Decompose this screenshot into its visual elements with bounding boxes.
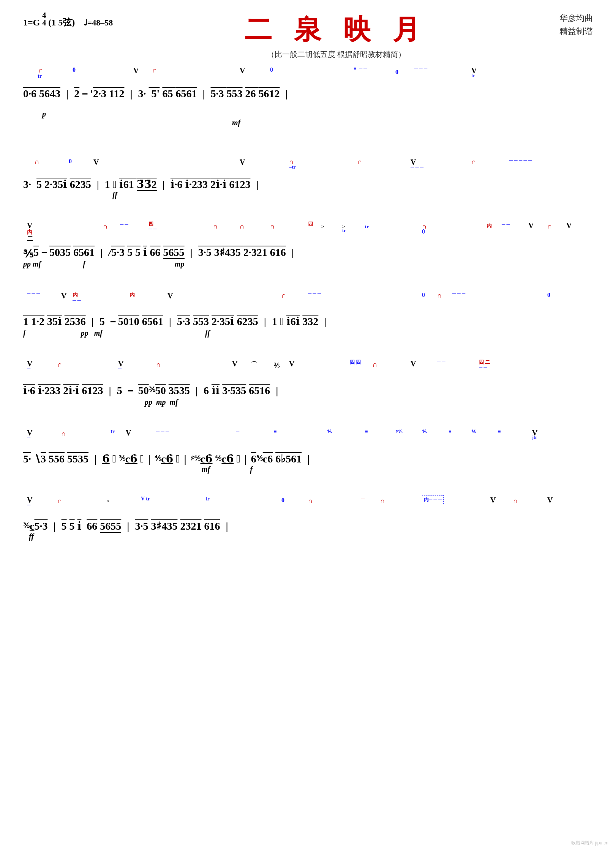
frac-blue-2: ⅘ (422, 429, 427, 435)
score-row-5: V ─ ∩ V ─ ∩ V ⌒ ⅗ V 四 四 ∩ V ─ ─ 四 二 ─ ─ (23, 358, 593, 407)
tr-mark-1: tr (38, 73, 42, 79)
sharp-frac: ♯⅘ (395, 429, 403, 435)
header: 1=G 44 (1 5弦) ♩=48–58 二 泉 映 月 （比一般二胡低五度 … (23, 11, 593, 60)
bow-dir-8: V (528, 221, 534, 230)
bow-dir-16: V (411, 360, 416, 368)
bow-dir-9: V (566, 221, 572, 230)
frac-mark: ⅗ (274, 362, 280, 369)
subtitle: （比一般二胡低五度 根据舒昭教材精简） (113, 49, 559, 60)
accent-marks: > (321, 224, 324, 230)
triple-4: ≡ (498, 429, 501, 435)
frac-blue: ⅘ (327, 429, 332, 435)
dash-blue-8: ─ (27, 502, 30, 508)
open-string-7: 0 (547, 292, 550, 298)
accent-3: > (107, 498, 109, 504)
bow-dir-11: V (167, 292, 173, 300)
score-row-7: V ─ ∩ > V tr tr 0 ∩ ─ ∩ 内─ ─ ─ V ∩ V ⅗c5… (23, 495, 593, 541)
dashes-top-1: ─ ─ ─ (27, 290, 40, 297)
bow-dir-5: V (240, 158, 245, 167)
dash-marks-4: ─ ─ (479, 364, 487, 371)
jtr-mark: jtr (532, 435, 537, 440)
bow-dir-18: V (126, 429, 131, 437)
bow-arc-15: ∩ (156, 361, 161, 369)
open-string-6: 0 (422, 292, 425, 298)
key-signature: 1=G 44 (1 5弦) (23, 17, 77, 27)
tempo: ♩=48–58 (84, 18, 113, 27)
bow-dir-4: V (93, 158, 99, 167)
dash-blue-3: ─ ─ (502, 221, 510, 227)
dashes-top-5: ─ ─ ─ (156, 429, 169, 435)
triple-3: ≡ (449, 429, 451, 435)
bow-arc-12: ∩ (281, 292, 286, 300)
curl-mark: ⌒ (251, 361, 257, 369)
bow-arc-9: ∩ (270, 222, 275, 230)
bow-arc-21: ∩ (513, 497, 518, 505)
open-string-1: 0 (73, 66, 76, 73)
header-title: 二 泉 映 月 （比一般二胡低五度 根据舒昭教材精简） (113, 11, 559, 60)
bow-arc-19: ∩ (308, 497, 313, 505)
dash-blue-7: ─ (236, 429, 239, 435)
tr-mark-5: tr (365, 224, 369, 230)
open-string-8: 0 (281, 497, 284, 504)
bow-dir-1: V (133, 66, 139, 75)
triple-1: ≡ (274, 429, 276, 435)
tr-mark-6: tr (111, 429, 115, 435)
nei-mark-4: 内 (130, 292, 135, 298)
watermark: 歌谱网谱库 jipu.cn (571, 840, 608, 846)
bow-arc-5: ∩ (471, 158, 476, 166)
page: 1=G 44 (1 5弦) ♩=48–58 二 泉 映 月 （比一般二胡低五度 … (0, 0, 616, 852)
score-row-6: V ─ ∩ tr V ─ ─ ─ ─ ≡ ⅘ ≡ ♯⅘ ⅘ ≡ ⅘ ≡ V jt (23, 428, 593, 474)
dash-blue-5: ─ (118, 366, 122, 372)
frac-blue-3: ⅘ (471, 429, 476, 435)
score-page: 1=G 44 (1 5弦) ♩=48–58 二 泉 映 月 （比一般二胡低五度 … (23, 11, 593, 541)
si-mark-2: 四 (308, 221, 313, 227)
bow-dir-2: V (240, 66, 245, 75)
bow-dir-14: V (232, 360, 237, 368)
dash-marks-1: ─ ─ ─ (411, 164, 423, 170)
bow-arc-4: ∩ (357, 158, 362, 166)
dash-marks-3: ─ ─ (437, 359, 445, 365)
bow-dir-15: V (289, 360, 294, 368)
header-right: 华彦均曲 精益制谱 (559, 11, 593, 38)
dash-marks-2: ─ ─ ─ ─ ─ (509, 157, 532, 163)
nei-mark-2: 内 (486, 222, 492, 229)
bow-arc-8: ∩ (240, 222, 245, 230)
dashes-1: ─ ─ ─ (414, 66, 427, 72)
bow-arc-6: ∩ (103, 222, 108, 230)
bow-dir-22: V (547, 496, 553, 505)
header-left: 1=G 44 (1 5弦) ♩=48–58 (23, 11, 113, 29)
bow-dir-21: V (490, 496, 496, 505)
bow-arc-18: ∩ (57, 497, 62, 505)
composer-label: 华彦均曲 (559, 11, 593, 25)
red-dash-1: ─ (361, 496, 365, 502)
score-row-1: ∩ tr 0 V ∩ V 0 ≡ ─ ─ 0 ─ ─ ─ V tr 0·6 56… (23, 65, 593, 136)
tr-mark-3: ≡tr (289, 164, 296, 170)
triple-2: ≡ (365, 429, 368, 435)
bow-arc-14: ∩ (57, 361, 62, 369)
tr-mark-7: V tr (141, 496, 150, 502)
dashes-top-2: ─ ─ (73, 297, 81, 303)
bow-arc-11: ∩ (547, 222, 552, 230)
erhu-num-1: 二 (27, 235, 33, 243)
tr-mark-4: tr (342, 227, 346, 234)
tr-mark-2: tr (471, 73, 475, 79)
nei-box: 内─ ─ ─ (422, 495, 444, 504)
dash-blue-4: ─ (27, 366, 30, 372)
score-row-3: V 内 二 ∩ ─ ─ 四 ─ ─ ∩ ∩ ∩ 四 > > tr tr ∩ 0 (23, 220, 593, 268)
triple-line-1: ≡ ─ ─ (354, 66, 367, 72)
open-string-4: 0 (69, 158, 72, 165)
music-section: ∩ tr 0 V ∩ V 0 ≡ ─ ─ 0 ─ ─ ─ V tr 0·6 56… (23, 65, 593, 541)
bow-arc-7: ∩ (213, 222, 218, 230)
bow-arc-17: ∩ (61, 430, 66, 438)
open-string-2: 0 (270, 66, 273, 73)
bow-arc-2: ∩ (35, 158, 39, 166)
dash-blue-2: ─ ─ (148, 226, 157, 232)
bow-arc-16: ∩ (373, 361, 377, 369)
editor-label: 精益制谱 (559, 25, 593, 38)
title-chinese: 二 泉 映 月 (113, 11, 559, 48)
dash-blue-6: ─ (27, 435, 30, 441)
score-row-4: ─ ─ ─ V 内 ─ ─ 内 V ∩ ─ ─ ─ 0 ∩ ─ ─ ─ 0 1 … (23, 289, 593, 338)
bow-arc-13: ∩ (437, 292, 442, 300)
bow-arc-20: ∩ (380, 497, 385, 505)
dashes-top-3: ─ ─ ─ (308, 290, 321, 297)
